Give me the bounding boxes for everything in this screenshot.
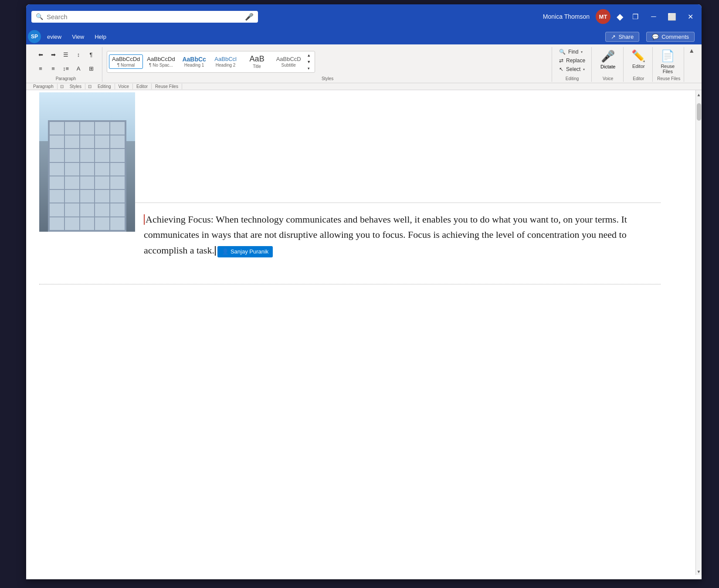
style-heading1-label: Heading 1: [184, 63, 204, 68]
user-avatar: MT: [596, 9, 610, 24]
reuse-group-label: Reuse Files: [657, 75, 680, 81]
minimize-button[interactable]: ─: [648, 10, 660, 23]
replace-button[interactable]: ⇄ Replace: [556, 57, 588, 64]
line-spacing-button[interactable]: ↕≡: [60, 64, 71, 73]
styles-scroll-up[interactable]: ▲: [305, 52, 313, 58]
highlight-button[interactable]: A: [73, 64, 84, 73]
pilcrow-button[interactable]: ¶: [85, 50, 97, 60]
align-center-button[interactable]: ≡: [47, 64, 59, 73]
styles-expand[interactable]: ▾: [305, 65, 313, 71]
style-subtitle[interactable]: AaBbCcD Subtitle: [273, 54, 304, 69]
style-no-spacing-preview: AaBbCcDd: [147, 56, 175, 63]
find-icon: 🔍: [559, 49, 566, 55]
increase-indent-button[interactable]: ➡: [47, 50, 59, 60]
styles-expand-icon[interactable]: ⊡: [85, 84, 94, 89]
w33: [80, 203, 95, 216]
text-cursor-red: [144, 214, 145, 225]
ribbon: ⬅ ➡ ☰ ↕ ¶ ≡ ≡ ↕≡ A ⊞ Par: [26, 44, 702, 90]
paragraph-expand-icon[interactable]: ⊡: [58, 84, 66, 89]
replace-icon: ⇄: [559, 57, 563, 64]
style-normal-preview: AaBbCcDd: [112, 56, 140, 63]
editor-button[interactable]: ✏️ Editor: [628, 48, 649, 70]
w40: [110, 217, 125, 230]
search-input[interactable]: [47, 13, 234, 20]
paragraph-align-tools: ≡ ≡ ↕≡ A ⊞: [33, 63, 98, 74]
ribbon-voice-group: 🎤 Dictate Voice: [593, 47, 624, 82]
w36: [50, 217, 64, 230]
w37: [65, 217, 79, 230]
style-normal-label: ¶ Normal: [117, 63, 135, 68]
w23: [80, 176, 95, 189]
restore-down-icon[interactable]: ❐: [629, 10, 641, 23]
document-page[interactable]: ences r focus: [26, 90, 695, 575]
paragraph-text: Achieving Focus: When technology communi…: [144, 214, 627, 255]
editor-group-label: Editor: [628, 75, 649, 81]
style-heading1-preview: AaBbCc: [182, 56, 206, 63]
w27: [65, 190, 79, 203]
scroll-thumb[interactable]: [697, 103, 701, 121]
style-title[interactable]: AaB Title: [242, 53, 272, 70]
scroll-track[interactable]: [696, 99, 702, 567]
sort-button[interactable]: ↕: [73, 50, 84, 60]
reuse-files-label: ReuseFiles: [661, 64, 675, 74]
style-heading2[interactable]: AaBbCcl Heading 2: [210, 54, 241, 69]
find-label: Find: [568, 49, 578, 55]
find-button[interactable]: 🔍 Find ▾: [556, 48, 588, 56]
w34: [95, 203, 109, 216]
building-image: [39, 92, 135, 232]
diamond-icon[interactable]: ◆: [617, 11, 623, 22]
menu-item-help[interactable]: Help: [90, 32, 111, 42]
menu-item-view[interactable]: View: [68, 32, 88, 42]
scroll-up-arrow[interactable]: ▲: [696, 91, 702, 98]
mic-icon[interactable]: 🎤: [245, 13, 254, 21]
maximize-button[interactable]: ⬜: [666, 10, 678, 23]
w39: [95, 217, 109, 230]
align-left-button[interactable]: ≡: [35, 64, 46, 73]
text-cursor: [215, 246, 216, 256]
doc-paragraph[interactable]: Achieving Focus: When technology communi…: [144, 212, 661, 258]
editing-group-label: Editing: [556, 75, 588, 81]
share-button[interactable]: ↗ Share: [605, 32, 639, 42]
w19: [95, 163, 109, 176]
w24: [95, 176, 109, 189]
menu-item-review[interactable]: eview: [43, 32, 66, 42]
search-box[interactable]: 🔍 🎤: [31, 11, 258, 23]
scroll-down-arrow[interactable]: ▼: [696, 568, 702, 575]
w2: [65, 122, 79, 135]
select-label: Select: [566, 66, 580, 72]
comments-button[interactable]: 💬 Comments: [646, 32, 695, 42]
ribbon-editing-group: 🔍 Find ▾ ⇄ Replace ↖ Select ▾ Editing: [553, 47, 592, 82]
w9: [95, 135, 109, 148]
styles-scroll-down[interactable]: ▼: [305, 59, 313, 65]
reuse-files-button[interactable]: 📄 ReuseFiles: [657, 48, 678, 75]
style-normal[interactable]: AaBbCcDd ¶ Normal: [109, 54, 143, 69]
style-title-preview: AaB: [250, 54, 265, 64]
editor-section-label-2: Editor: [133, 84, 152, 89]
close-button[interactable]: ✕: [684, 10, 696, 23]
style-no-spacing-label: ¶ No Spac...: [149, 63, 173, 68]
ribbon-paragraph-group: ⬅ ➡ ☰ ↕ ¶ ≡ ≡ ↕≡ A ⊞ Par: [30, 47, 102, 82]
dictate-label: Dictate: [600, 64, 615, 69]
select-button[interactable]: ↖ Select ▾: [556, 65, 588, 73]
styles-scroll-buttons: ▲ ▼ ▾: [305, 52, 313, 71]
dictate-button[interactable]: 🎤 Dictate: [596, 48, 620, 71]
style-no-spacing[interactable]: AaBbCcDd ¶ No Spac...: [144, 54, 178, 69]
search-icon: 🔍: [36, 13, 43, 20]
border-button[interactable]: ⊞: [85, 64, 97, 73]
style-subtitle-preview: AaBbCcD: [276, 56, 301, 63]
w10: [110, 135, 125, 148]
ribbon-collapse-button[interactable]: ▲: [685, 47, 698, 82]
w8: [80, 135, 95, 148]
list-ordered-button[interactable]: ☰: [60, 50, 71, 60]
w15: [110, 149, 125, 162]
ribbon-reuse-group: 📄 ReuseFiles Reuse Files: [654, 47, 684, 82]
styles-gallery: AaBbCcDd ¶ Normal AaBbCcDd ¶ No Spac... …: [107, 51, 315, 73]
w1: [50, 122, 64, 135]
w35: [110, 203, 125, 216]
editing-section-label: Editing: [94, 84, 115, 89]
decrease-indent-button[interactable]: ⬅: [35, 50, 46, 60]
find-dropdown-icon: ▾: [581, 50, 583, 54]
share-icon: ↗: [611, 34, 616, 40]
w3: [80, 122, 95, 135]
style-heading1[interactable]: AaBbCc Heading 1: [179, 54, 210, 69]
